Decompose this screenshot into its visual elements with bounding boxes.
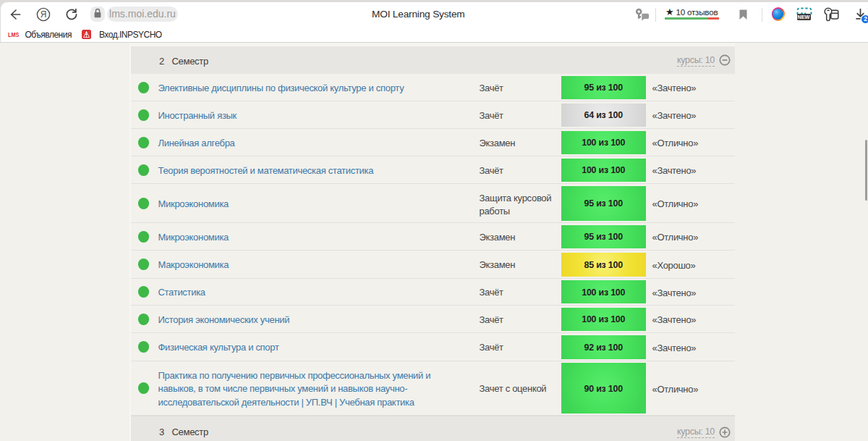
svg-text:Я: Я: [41, 9, 47, 20]
